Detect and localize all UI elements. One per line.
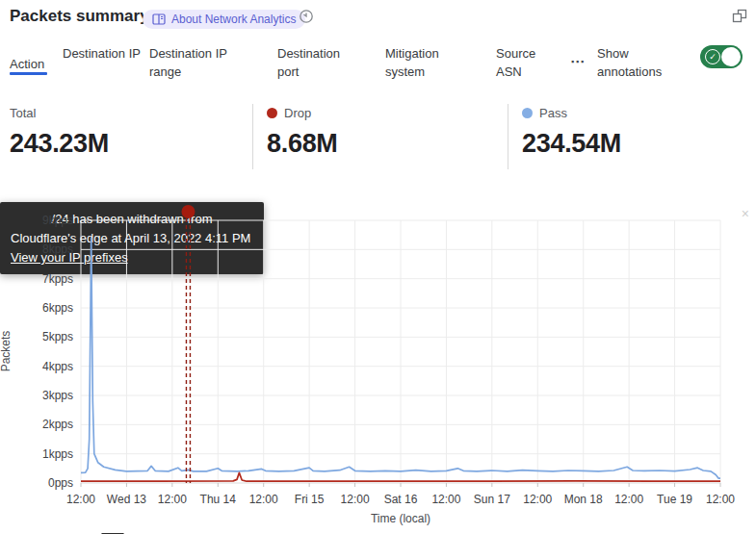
y-tick-label: 7kpps [27,272,73,286]
x-tick-label: Sun 17 [474,493,510,506]
about-network-analytics-badge[interactable]: About Network Analytics [143,10,305,29]
x-tick-label: 12:00 [614,493,643,506]
tab-destination-port[interactable]: Destination port [277,44,356,81]
x-tick-label: Sat 16 [384,493,418,506]
x-tick-label: 12:00 [706,493,735,506]
show-annotations-label: Show annotations [597,44,686,81]
x-axis-title: Time (local) [371,512,430,525]
y-tick-label: 9kpps [27,214,73,227]
y-tick-label: 4kpps [27,360,73,373]
check-icon: ✓ [705,49,720,64]
active-tab-underline [10,72,47,75]
chart-canvas[interactable] [0,202,756,534]
x-tick-label: 12:00 [66,493,95,506]
tab-source-asn[interactable]: Source ASN [496,44,550,81]
stat-divider [252,104,253,169]
about-badge-label: About Network Analytics [171,13,296,26]
stat-drop: Drop8.68M [267,104,338,159]
x-tick-label: 12:00 [158,493,187,506]
popout-squares-icon[interactable] [731,8,748,29]
book-icon [152,13,166,25]
y-tick-label: 5kpps [27,330,73,343]
y-tick-label: 3kpps [27,389,73,402]
page-title: Packets summary [10,7,149,26]
x-tick-label: Thu 14 [200,493,236,506]
y-axis-title: Packets [0,322,13,380]
x-tick-label: 12:00 [249,493,278,506]
y-tick-label: 0pps [27,476,73,490]
x-tick-label: 12:00 [523,493,552,506]
y-tick-label: 2kpps [27,418,73,431]
stat-pass: Pass234.54M [522,104,621,159]
tab-mitigation-system[interactable]: Mitigation system [385,44,464,81]
stat-value: 234.54M [522,129,621,159]
x-tick-label: Fri 15 [295,493,325,506]
drop-legend-dot [267,108,277,118]
stat-value: 8.68M [267,129,338,159]
more-tabs-button[interactable]: ⋯ [570,53,586,70]
stat-total: Total243.23M [10,104,109,159]
x-tick-label: Tue 19 [657,493,692,506]
stat-value: 243.23M [10,129,109,159]
pass-legend-dot [522,108,533,118]
x-tick-label: Mon 18 [564,493,603,506]
show-annotations-toggle[interactable]: ✓ [700,45,743,68]
y-tick-label: 6kpps [27,301,73,315]
annotation-marker[interactable] [181,205,195,218]
close-icon[interactable]: × [742,204,749,223]
tab-destination-ip[interactable]: Destination IP [63,44,142,63]
x-tick-label: Wed 13 [107,493,146,506]
stat-label: Pass [539,106,567,120]
x-tick-label: 12:00 [431,493,460,506]
tab-destination-ip-range[interactable]: Destination IP range [149,44,249,81]
packets-chart: Packets Time (local) × /24 has been with… [0,202,756,534]
tab-action[interactable]: Action [10,55,58,73]
stat-label: Drop [284,106,311,120]
x-tick-label: 12:00 [341,493,370,506]
toggle-knob [721,47,741,66]
y-tick-label: 8kpps [27,242,73,256]
stat-label: Total [10,106,36,120]
clock-icon[interactable] [299,9,314,28]
y-tick-label: 1kpps [27,447,73,461]
stat-divider [508,104,508,169]
